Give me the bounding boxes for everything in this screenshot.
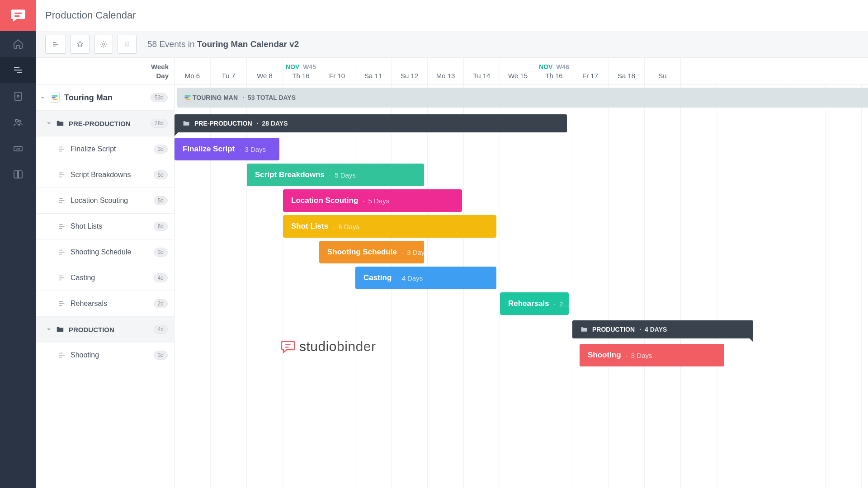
bar-subtitle: 53 TOTAL DAYS xyxy=(242,94,296,101)
nav-home[interactable] xyxy=(0,31,36,57)
day-column[interactable]: Mo 6 xyxy=(175,58,211,85)
task-name: Shooting xyxy=(71,351,154,359)
duration-badge: 4d xyxy=(154,325,168,334)
home-icon xyxy=(13,38,24,49)
day-column[interactable]: Mo 13 xyxy=(428,58,464,85)
task-name: Rehearsals xyxy=(71,300,154,308)
day-column[interactable]: Sa 11 xyxy=(355,58,392,85)
nav-calendar[interactable] xyxy=(0,57,36,83)
day-column[interactable]: Fr 17 xyxy=(572,58,609,85)
chat-bubble-icon xyxy=(9,7,27,24)
task-row[interactable]: Rehearsals2d xyxy=(36,291,174,317)
task-icon xyxy=(58,222,66,230)
gantt-task-bar[interactable]: Shot Lists6 Days xyxy=(283,215,496,238)
bar-title: PRODUCTION xyxy=(592,326,635,333)
star-button[interactable] xyxy=(71,35,90,54)
bar-subtitle: 3 Days xyxy=(239,145,266,153)
gantt-task-bar[interactable]: Shooting Schedule3 Days xyxy=(319,241,424,263)
svg-rect-11 xyxy=(185,97,189,98)
task-row[interactable]: Shot Lists6d xyxy=(36,214,174,239)
bar-title: Casting xyxy=(363,273,392,282)
day-column[interactable]: NOV W46Th 16 xyxy=(536,58,572,85)
svg-rect-9 xyxy=(53,99,58,100)
settings-button[interactable] xyxy=(94,35,113,54)
app-logo[interactable] xyxy=(0,0,36,31)
task-name: Finalize Script xyxy=(71,145,154,153)
gantt-task-bar[interactable]: Location Scouting5 Days xyxy=(283,189,462,212)
task-row[interactable]: Casting4d xyxy=(36,265,174,291)
task-name: Casting xyxy=(71,274,154,282)
event-count-number: 58 Events in xyxy=(147,39,197,49)
nav-vip[interactable]: VIP xyxy=(0,136,36,162)
gantt-task-bar[interactable]: Finalize Script3 Days xyxy=(175,138,279,160)
day-column[interactable]: Tu 7 xyxy=(211,58,247,85)
watermark-bold: studio xyxy=(299,339,337,354)
date-header: Week Day Mo 6Tu 7We 8NOV W45Th 16Fr 10Sa… xyxy=(36,58,868,85)
nav-contacts[interactable] xyxy=(0,109,36,136)
day-column[interactable]: Fr 10 xyxy=(319,58,355,85)
gantt-task-bar[interactable]: Casting4 Days xyxy=(355,267,496,289)
bars-icon xyxy=(52,40,60,48)
task-row[interactable]: Finalize Script3d xyxy=(36,136,174,162)
event-count: 58 Events in Touring Man Calendar v2 xyxy=(147,39,299,49)
phase-row[interactable]: PRODUCTION4d xyxy=(36,317,174,343)
nav-documents[interactable] xyxy=(0,83,36,109)
folder-icon xyxy=(56,119,64,127)
day-column[interactable]: NOV W45Th 16 xyxy=(283,58,319,85)
bar-title: Shooting xyxy=(588,351,621,360)
project-name: Touring Man xyxy=(64,93,151,103)
collapse-button[interactable] xyxy=(118,35,137,54)
nav: VIP xyxy=(0,31,36,188)
book-icon xyxy=(13,169,24,180)
bar-subtitle: 3 Days xyxy=(401,249,428,256)
project-icon xyxy=(50,93,60,103)
gantt-task-bar[interactable]: Rehearsals2… xyxy=(500,292,569,315)
date-columns: Mo 6Tu 7We 8NOV W45Th 16Fr 10Sa 11Su 12M… xyxy=(175,58,868,84)
nav-library[interactable] xyxy=(0,162,36,188)
task-icon xyxy=(58,197,66,205)
duration-badge: 2d xyxy=(154,299,168,308)
duration-badge: 6d xyxy=(154,222,168,231)
duration-badge: 3d xyxy=(154,351,168,360)
task-row[interactable]: Shooting3d xyxy=(36,343,174,368)
watermark: studiobinder xyxy=(280,339,376,354)
chevron-down-icon xyxy=(45,120,52,127)
gantt-task-bar[interactable]: Shooting3 Days xyxy=(580,344,724,366)
side-rail: VIP xyxy=(0,0,36,488)
task-row[interactable]: Location Scouting5d xyxy=(36,188,174,214)
svg-text:VIP: VIP xyxy=(16,148,20,150)
task-row[interactable]: Script Breakdowns5d xyxy=(36,162,174,188)
people-icon xyxy=(13,117,24,128)
task-name: Location Scouting xyxy=(71,197,154,205)
bar-title: TOURING MAN xyxy=(193,94,238,101)
folder-icon xyxy=(580,326,588,333)
gantt-task-bar[interactable]: Script Breakdowns5 Days xyxy=(247,164,424,186)
task-icon xyxy=(58,300,66,308)
task-row[interactable]: Shooting Schedule3d xyxy=(36,239,174,265)
task-icon xyxy=(58,248,66,256)
view-mode-button[interactable] xyxy=(45,35,66,54)
calendar-name: Touring Man Calendar v2 xyxy=(197,39,299,49)
svg-point-3 xyxy=(19,120,21,122)
day-column[interactable]: Tu 14 xyxy=(464,58,500,85)
task-tree: Touring Man53dPRE-PRODUCTION28dFinalize … xyxy=(36,85,175,488)
task-icon xyxy=(58,351,66,359)
day-column[interactable]: Su xyxy=(645,58,681,85)
project-row[interactable]: Touring Man53d xyxy=(36,85,174,111)
duration-badge: 28d xyxy=(151,119,168,128)
folder-icon xyxy=(183,120,190,127)
day-column[interactable]: Su 12 xyxy=(392,58,428,85)
day-column[interactable]: We 15 xyxy=(500,58,536,85)
gantt-phase-header[interactable]: PRODUCTION4 DAYS xyxy=(572,320,753,338)
gantt-project-header[interactable]: TOURING MAN53 TOTAL DAYS xyxy=(177,88,868,108)
bar-title: Shot Lists xyxy=(291,222,328,231)
duration-badge: 53d xyxy=(151,93,168,102)
phase-row[interactable]: PRE-PRODUCTION28d xyxy=(36,111,174,136)
svg-point-2 xyxy=(15,119,18,122)
task-icon xyxy=(58,274,66,282)
day-column[interactable]: We 8 xyxy=(247,58,283,85)
day-column[interactable]: Sa 18 xyxy=(609,58,645,85)
gantt-area[interactable]: TOURING MAN53 TOTAL DAYSPRE-PRODUCTION28… xyxy=(175,85,868,488)
gantt-phase-header[interactable]: PRE-PRODUCTION28 DAYS xyxy=(175,114,567,132)
folder-icon xyxy=(56,325,64,333)
